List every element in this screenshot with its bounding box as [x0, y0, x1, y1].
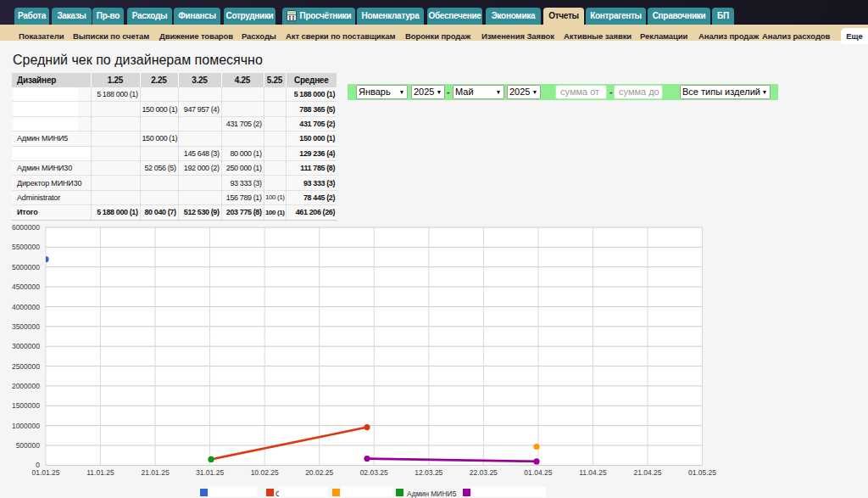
svg-text:1500000: 1500000 [12, 401, 40, 410]
svg-text:31.01.25: 31.01.25 [196, 468, 224, 477]
svg-text:11.01.25: 11.01.25 [86, 468, 114, 477]
svg-text:6000000: 6000000 [12, 223, 40, 232]
svg-text:20.02.25: 20.02.25 [305, 468, 333, 477]
svg-text:01.04.25: 01.04.25 [524, 468, 552, 477]
svg-text:5500000: 5500000 [12, 243, 40, 251]
svg-text:500000: 500000 [16, 441, 41, 450]
svg-text:12.03.25: 12.03.25 [415, 468, 442, 477]
svg-text:5000000: 5000000 [12, 263, 40, 271]
svg-text:02.03.25: 02.03.25 [360, 468, 388, 477]
svg-text:1000000: 1000000 [12, 422, 40, 430]
svg-text:22.03.25: 22.03.25 [470, 468, 498, 477]
svg-text:01.05.25: 01.05.25 [688, 468, 716, 477]
svg-text:4000000: 4000000 [12, 303, 40, 311]
svg-text:2000000: 2000000 [12, 382, 40, 390]
svg-text:01.01.25: 01.01.25 [31, 468, 59, 477]
svg-text:10.02.25: 10.02.25 [251, 468, 279, 477]
svg-text:4500000: 4500000 [12, 283, 40, 291]
svg-text:11.04.25: 11.04.25 [579, 468, 607, 477]
svg-text:21.04.25: 21.04.25 [633, 468, 661, 477]
svg-text:21.01.25: 21.01.25 [142, 468, 170, 477]
svg-text:3500000: 3500000 [12, 322, 40, 331]
svg-text:Админ МИНИ5: Админ МИНИ5 [407, 490, 457, 498]
svg-text:3000000: 3000000 [12, 342, 40, 350]
svg-text:2500000: 2500000 [12, 362, 40, 371]
